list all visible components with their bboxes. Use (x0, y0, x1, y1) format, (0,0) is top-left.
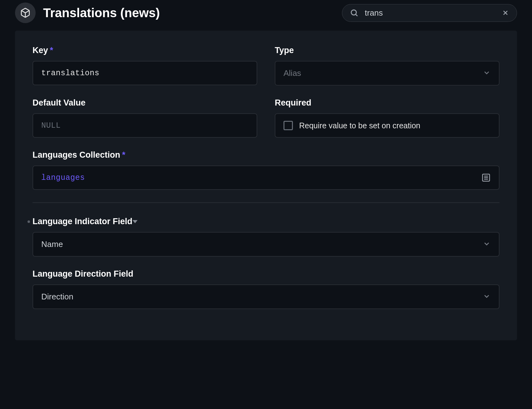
dot-icon (28, 220, 30, 223)
caret-down-icon (133, 220, 138, 223)
type-select[interactable]: Alias (275, 61, 499, 86)
chevron-down-icon (483, 240, 491, 249)
clear-search-icon[interactable] (502, 9, 509, 17)
language-direction-label: Language Direction Field (33, 269, 499, 279)
form-panel: Key* translations Type Alias (15, 31, 517, 340)
divider (33, 202, 499, 203)
required-checkbox-row[interactable]: Require value to be set on creation (275, 113, 499, 138)
languages-collection-label: Languages Collection* (33, 150, 499, 160)
chevron-down-icon (483, 69, 491, 78)
language-indicator-label[interactable]: Language Indicator Field (33, 217, 499, 226)
default-value-label: Default Value (33, 98, 257, 108)
svg-point-1 (351, 10, 356, 15)
page-title: Translations (news) (43, 6, 334, 20)
key-input[interactable]: translations (33, 61, 257, 85)
languages-collection-input[interactable]: languages (33, 165, 499, 190)
search-box[interactable] (342, 4, 517, 22)
cube-icon (20, 7, 31, 18)
list-icon[interactable] (481, 173, 491, 182)
type-label: Type (275, 46, 499, 55)
required-label: Required (275, 98, 499, 108)
language-indicator-select[interactable]: Name (33, 232, 499, 257)
language-direction-select[interactable]: Direction (33, 284, 499, 309)
required-checkbox[interactable] (284, 121, 293, 130)
search-icon (350, 8, 359, 17)
required-checkbox-label: Require value to be set on creation (299, 121, 420, 130)
svg-line-2 (356, 14, 357, 16)
collection-icon-badge (15, 2, 36, 23)
key-label: Key* (33, 46, 257, 55)
chevron-down-icon (483, 292, 491, 302)
search-input[interactable] (365, 8, 495, 18)
default-value-input[interactable]: NULL (33, 113, 257, 138)
